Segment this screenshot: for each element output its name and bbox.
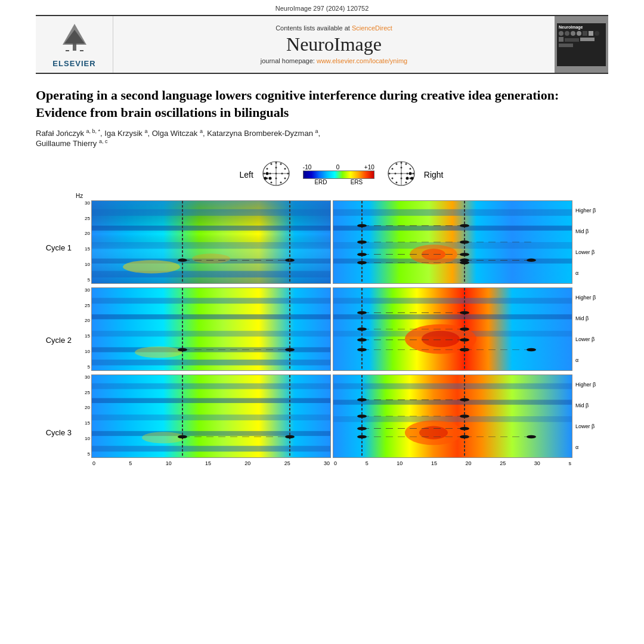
xtick-20-right: 20 <box>466 460 472 466</box>
higher-beta-label-c2: Higher β <box>575 295 608 301</box>
mid-beta-label-c2: Mid β <box>575 315 608 321</box>
elsevier-logo-box: ELSEVIER <box>36 16 113 73</box>
ytick-30: 30 <box>75 200 91 206</box>
svg-point-47 <box>405 177 408 179</box>
svg-point-144 <box>357 398 367 401</box>
svg-point-9 <box>270 163 272 165</box>
svg-point-35 <box>409 168 411 169</box>
svg-point-122 <box>527 348 536 352</box>
xtick-0-left: 0 <box>92 460 95 466</box>
journal-name: NeuroImage <box>286 33 382 55</box>
ytick-10: 10 <box>75 262 91 267</box>
lower-beta-label-c2: Lower β <box>575 336 608 342</box>
alpha-label-c2: α <box>575 357 608 363</box>
svg-point-109 <box>357 311 367 314</box>
svg-point-44 <box>395 181 397 183</box>
svg-point-145 <box>460 398 469 401</box>
article-section: Operating in a second language lowers co… <box>36 87 608 148</box>
ytick-5: 5 <box>75 277 91 283</box>
svg-point-116 <box>460 338 469 342</box>
x-axis-row: 0 5 10 15 20 25 30 0 5 10 <box>91 460 608 466</box>
xtick-25-left: 25 <box>284 460 290 466</box>
journal-center: Contents lists available at ScienceDirec… <box>113 16 555 73</box>
authors: Rafał Jończyk a, b, *, Iga Krzysik a, Ol… <box>36 128 608 148</box>
svg-point-24 <box>265 172 268 175</box>
svg-point-14 <box>263 172 265 174</box>
colorbar-zero: 0 <box>336 164 340 171</box>
svg-point-41 <box>391 177 393 179</box>
svg-point-45 <box>405 181 407 183</box>
svg-point-134 <box>285 435 295 439</box>
left-brain-icon <box>258 159 294 191</box>
svg-point-74 <box>460 224 469 227</box>
svg-point-86 <box>527 258 536 262</box>
colorbar-min: -10 <box>303 164 311 171</box>
svg-point-80 <box>460 253 469 256</box>
svg-point-153 <box>357 435 367 439</box>
svg-point-148 <box>460 414 469 418</box>
svg-point-25 <box>268 177 271 179</box>
sciencedirect-line: Contents lists available at ScienceDirec… <box>275 24 392 32</box>
right-label: Right <box>424 170 444 179</box>
hz-title: Hz <box>75 193 91 199</box>
svg-point-22 <box>270 181 272 183</box>
svg-point-34 <box>400 166 402 168</box>
alpha-label-c3: α <box>575 444 608 450</box>
elsevier-tree-icon <box>54 21 95 57</box>
heatmap-cycle3-right <box>333 374 572 458</box>
xtick-15-right: 15 <box>431 460 437 466</box>
ers-label: ERS <box>351 179 363 185</box>
heatmap-cycle3-left <box>91 374 331 458</box>
journal-cover: NeuroImage <box>555 16 608 73</box>
svg-point-115 <box>357 338 367 342</box>
heatmap-cycle1-right <box>333 200 572 284</box>
svg-point-98 <box>178 348 187 352</box>
svg-point-13 <box>284 168 286 169</box>
svg-point-18 <box>287 172 289 174</box>
cycle3-row: 30 25 20 15 10 5 <box>75 374 608 458</box>
figure-container: Left <box>36 159 608 479</box>
cycle1-label: Cycle 1 <box>46 243 72 252</box>
svg-point-15 <box>269 172 271 174</box>
svg-point-79 <box>357 253 367 256</box>
cycle2-row: 30 25 20 15 10 5 <box>75 287 608 371</box>
journal-reference: NeuroImage 297 (2024) 120752 <box>36 0 608 15</box>
ytick-25: 25 <box>75 216 91 221</box>
xtick-15-left: 15 <box>205 460 211 466</box>
svg-point-112 <box>357 327 367 331</box>
svg-point-16 <box>275 172 277 174</box>
lower-beta-label-c3: Lower β <box>575 423 608 429</box>
mid-beta-label-c3: Mid β <box>575 402 608 408</box>
journal-header: ELSEVIER Contents lists available at Sci… <box>36 15 608 74</box>
contents-text: Contents lists available at <box>275 24 350 32</box>
x-unit: s <box>568 460 571 466</box>
svg-point-12 <box>275 166 277 168</box>
heatmap-cycle1-left <box>91 200 331 284</box>
elsevier-label: ELSEVIER <box>52 59 95 68</box>
svg-point-46 <box>408 172 411 175</box>
svg-point-33 <box>391 168 393 169</box>
svg-point-76 <box>357 240 367 244</box>
homepage-url[interactable]: www.elsevier.com/locate/ynimg <box>317 57 407 64</box>
erd-label: ERD <box>314 179 327 185</box>
ytick-20: 20 <box>75 231 91 236</box>
svg-point-11 <box>266 168 268 169</box>
svg-point-17 <box>281 172 283 174</box>
heatmap-cycle2-left <box>91 287 331 371</box>
svg-point-38 <box>400 172 402 174</box>
xtick-10-left: 10 <box>166 460 172 466</box>
svg-point-85 <box>460 258 469 262</box>
svg-point-99 <box>285 348 295 352</box>
right-brain-icon <box>383 159 419 191</box>
xtick-25-right: 25 <box>500 460 506 466</box>
sciencedirect-link[interactable]: ScienceDirect <box>352 24 392 32</box>
article-title: Operating in a second language lowers co… <box>36 87 608 121</box>
svg-point-48 <box>410 177 413 179</box>
xtick-10-right: 10 <box>397 460 402 466</box>
lower-beta-label-c1: Lower β <box>575 249 608 255</box>
svg-point-60 <box>178 258 187 262</box>
colorbar: -10 0 +10 ERD ERS <box>303 164 374 185</box>
svg-point-113 <box>460 327 469 331</box>
xtick-5-right: 5 <box>366 460 369 466</box>
svg-point-37 <box>394 172 396 174</box>
